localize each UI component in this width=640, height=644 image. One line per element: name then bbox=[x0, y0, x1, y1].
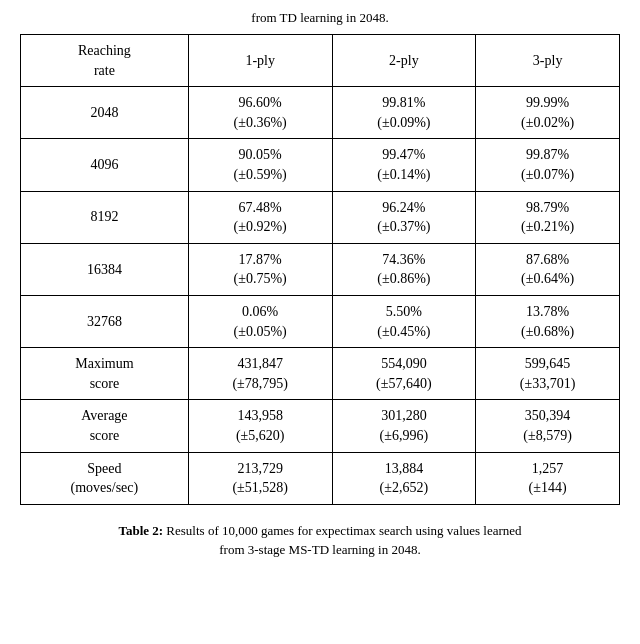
row-5-col-2: 554,090(±57,640) bbox=[332, 348, 476, 400]
row-label: 2048 bbox=[21, 87, 189, 139]
row-0-col-2: 99.81%(±0.09%) bbox=[332, 87, 476, 139]
table-row: 1638417.87%(±0.75%)74.36%(±0.86%)87.68%(… bbox=[21, 243, 620, 295]
row-5-col-3: 599,645(±33,701) bbox=[476, 348, 620, 400]
header-3ply: 3-ply bbox=[476, 35, 620, 87]
header-1ply: 1-ply bbox=[188, 35, 332, 87]
row-0-col-3: 99.99%(±0.02%) bbox=[476, 87, 620, 139]
row-7-col-3: 1,257(±144) bbox=[476, 452, 620, 504]
row-2-col-3: 98.79%(±0.21%) bbox=[476, 191, 620, 243]
row-6-col-3: 350,394(±8,579) bbox=[476, 400, 620, 452]
row-label: Maximumscore bbox=[21, 348, 189, 400]
table-row: 409690.05%(±0.59%)99.47%(±0.14%)99.87%(±… bbox=[21, 139, 620, 191]
row-2-col-1: 67.48%(±0.92%) bbox=[188, 191, 332, 243]
row-4-col-3: 13.78%(±0.68%) bbox=[476, 295, 620, 347]
row-1-col-2: 99.47%(±0.14%) bbox=[332, 139, 476, 191]
row-6-col-2: 301,280(±6,996) bbox=[332, 400, 476, 452]
row-4-col-2: 5.50%(±0.45%) bbox=[332, 295, 476, 347]
row-3-col-2: 74.36%(±0.86%) bbox=[332, 243, 476, 295]
row-6-col-1: 143,958(±5,620) bbox=[188, 400, 332, 452]
row-label: 16384 bbox=[21, 243, 189, 295]
row-2-col-2: 96.24%(±0.37%) bbox=[332, 191, 476, 243]
row-label: 4096 bbox=[21, 139, 189, 191]
row-3-col-3: 87.68%(±0.64%) bbox=[476, 243, 620, 295]
table-row: 327680.06%(±0.05%)5.50%(±0.45%)13.78%(±0… bbox=[21, 295, 620, 347]
header-reaching-rate: Reachingrate bbox=[21, 35, 189, 87]
row-0-col-1: 96.60%(±0.36%) bbox=[188, 87, 332, 139]
table-row: Speed(moves/sec)213,729(±51,528)13,884(±… bbox=[21, 452, 620, 504]
results-table: Reachingrate 1-ply 2-ply 3-ply 204896.60… bbox=[20, 34, 620, 505]
table-row: Averagescore143,958(±5,620)301,280(±6,99… bbox=[21, 400, 620, 452]
row-7-col-2: 13,884(±2,652) bbox=[332, 452, 476, 504]
row-1-col-3: 99.87%(±0.07%) bbox=[476, 139, 620, 191]
header-2ply: 2-ply bbox=[332, 35, 476, 87]
table-row: 204896.60%(±0.36%)99.81%(±0.09%)99.99%(±… bbox=[21, 87, 620, 139]
caption-top: from TD learning in 2048. bbox=[251, 10, 388, 26]
table-row: 819267.48%(±0.92%)96.24%(±0.37%)98.79%(±… bbox=[21, 191, 620, 243]
row-label: Averagescore bbox=[21, 400, 189, 452]
row-label: 32768 bbox=[21, 295, 189, 347]
row-label: Speed(moves/sec) bbox=[21, 452, 189, 504]
row-4-col-1: 0.06%(±0.05%) bbox=[188, 295, 332, 347]
row-3-col-1: 17.87%(±0.75%) bbox=[188, 243, 332, 295]
row-1-col-1: 90.05%(±0.59%) bbox=[188, 139, 332, 191]
caption-bottom: Table 2: Results of 10,000 games for exp… bbox=[118, 521, 521, 560]
row-5-col-1: 431,847(±78,795) bbox=[188, 348, 332, 400]
table-row: Maximumscore431,847(±78,795)554,090(±57,… bbox=[21, 348, 620, 400]
row-label: 8192 bbox=[21, 191, 189, 243]
row-7-col-1: 213,729(±51,528) bbox=[188, 452, 332, 504]
